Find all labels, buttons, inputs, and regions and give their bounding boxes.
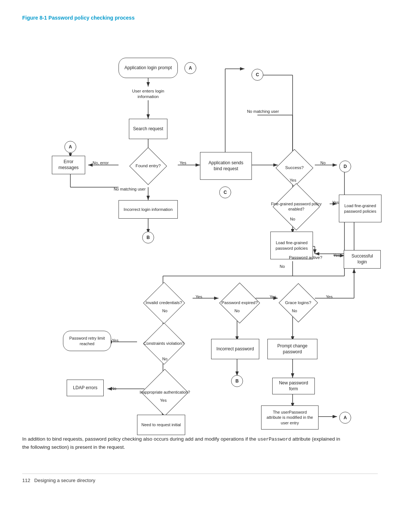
circle-C2: C [219,186,231,198]
circle-B2: B [231,375,243,387]
no-matching-user-left: No matching user [111,183,148,195]
successful-login: Successful login [344,250,381,269]
user-password-modified: The userPassword attribute is modified i… [261,405,319,430]
no-inappropriate-label: No [111,386,116,391]
circle-A1: A [64,141,76,153]
yes-fine-label: Yes [332,200,339,205]
need-to-request-initial: Need to request initial [137,415,185,435]
arrows-svg [33,32,367,420]
diagram-container: A Application login prompt A C User ente… [33,32,367,420]
figure-title: Figure 8-1 Password policy checking proc… [22,15,378,21]
incorrect-login: Incorrect login information [119,200,178,219]
footer: 112 Designing a secure directory [22,474,378,483]
yes-invalid-label: Yes [196,294,202,299]
inappropriate-auth-diamond: Inappropriate authentication? [130,378,200,407]
error-messages: Error messages [52,156,85,174]
password-active: Password active? [281,252,330,263]
no-password-active-label: No [280,264,285,269]
password-retry-limit: Password retry limit reached [63,331,111,351]
yes-password-active-label: Yes [333,253,340,257]
circle-C1: C [251,69,263,81]
found-entry-diamond: Found entry? [119,152,178,180]
search-request: Search request [129,119,167,139]
user-enters-login: User enters login information [122,87,174,101]
circle-D1: D [339,161,351,172]
no-grace-label: No [292,309,297,313]
no-constraints-label: No [162,357,167,361]
incorrect-password: Incorrect password [211,339,259,359]
load-fine-grained-top: Load fine-grained password policies [339,195,381,222]
app-sends-bind: Application sends bind request [200,152,252,180]
ldap-errors: LDAP errors [67,380,104,396]
yes-success-label: Yes [290,178,296,182]
no-fine-label: No [290,217,295,221]
success-diamond: Success? [270,154,319,182]
no-expired-label: No [234,309,240,313]
no-success-label: No [320,161,326,165]
yes-grace-label: Yes [326,294,333,299]
grace-logins-diamond: Grace logins? [272,289,324,317]
app-login-prompt: Application login prompt [119,58,178,78]
circle-A2-top: A [184,62,196,74]
circle-B1: B [142,232,154,243]
no-error-label: No, error [93,161,109,165]
circle-A-bottom: A [339,412,351,424]
yes-constraints-label: Yes [112,338,119,343]
yes-found-label: Yes [180,161,186,165]
body-text: In addition to bind requests, password p… [22,435,341,451]
new-password-form: New password form [272,378,315,394]
no-invalid-label: No [162,309,167,313]
no-matching-user-right: No matching user [243,104,283,119]
yes-inappropriate-label: Yes [160,398,167,403]
constraints-violation-diamond: Constraints violation? [133,330,194,357]
prompt-change-password: Prompt change password [267,339,317,359]
fine-grained-diamond: Fine-grained password policy enabled? [263,193,330,220]
